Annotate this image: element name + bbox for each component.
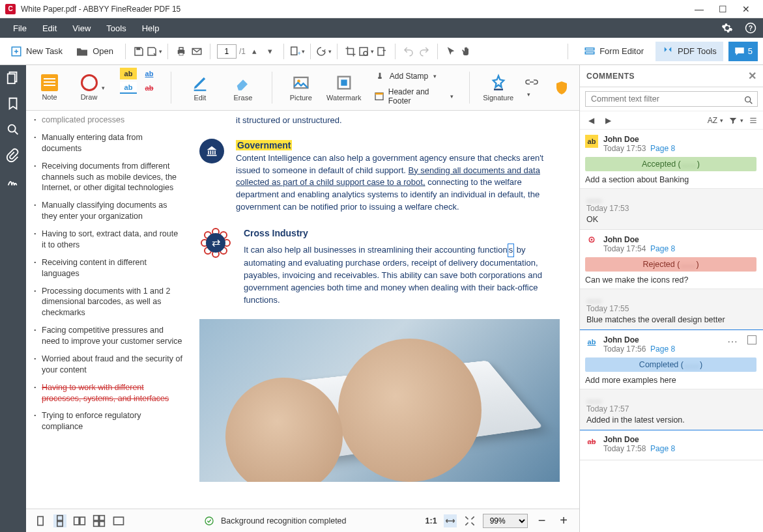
highlight-blue-icon[interactable]: ab <box>120 82 137 94</box>
mail-icon[interactable] <box>190 45 203 58</box>
shield-icon[interactable] <box>554 80 569 96</box>
erase-tool[interactable]: Erase <box>227 68 259 107</box>
menu-file[interactable]: File <box>7 21 33 36</box>
comments-list[interactable]: ab John Doe Today 17:53 Page 8 Accepted … <box>580 130 763 532</box>
comment-page-link[interactable]: Page 8 <box>650 344 675 354</box>
draw-tool[interactable]: Draw ▾ <box>77 68 108 107</box>
zoom-out-button[interactable]: − <box>534 513 550 528</box>
settings-icon[interactable] <box>721 22 733 34</box>
comment-timestamp: Today 17:58 <box>603 444 646 453</box>
svg-rect-35 <box>74 517 79 525</box>
rotate-icon[interactable]: ▾ <box>317 45 330 58</box>
picture-tool[interactable]: Picture <box>285 68 317 107</box>
continuous-page-icon[interactable] <box>53 514 66 527</box>
page-up-icon[interactable]: ▴ <box>248 45 261 58</box>
svg-rect-41 <box>114 517 124 525</box>
next-comment-icon[interactable]: ▶ <box>602 116 614 125</box>
zoom-select[interactable]: 99% <box>483 514 528 528</box>
export-icon[interactable] <box>375 45 388 58</box>
comments-toggle-button[interactable]: 5 <box>728 42 758 61</box>
close-comments-icon[interactable]: ✕ <box>748 70 757 82</box>
search-icon[interactable] <box>743 95 754 105</box>
watermark-tool[interactable]: Watermark <box>328 68 360 107</box>
more-icon[interactable]: ⋯ <box>727 335 738 348</box>
menu-tools[interactable]: Tools <box>100 21 132 36</box>
two-page-scroll-icon[interactable] <box>93 514 106 527</box>
undo-icon[interactable] <box>402 45 415 58</box>
signature-tool[interactable]: Signature <box>483 68 514 107</box>
stamp-icon <box>374 70 386 82</box>
svg-rect-32 <box>38 516 43 525</box>
search-rail-icon[interactable] <box>6 122 20 137</box>
menu-view[interactable]: View <box>66 21 97 36</box>
fit-page-icon[interactable] <box>463 514 476 527</box>
app-logo-icon: C <box>5 4 16 14</box>
crop-icon[interactable] <box>344 45 357 58</box>
note-icon <box>41 74 58 91</box>
chevron-down-icon[interactable]: ▾ <box>102 85 105 91</box>
comments-icon <box>734 46 745 57</box>
maximize-button[interactable]: ☐ <box>711 1 734 18</box>
comment-page-link[interactable]: Page 8 <box>650 444 675 453</box>
bullet-item: Processing documents with 1 and 2 dimens… <box>38 283 184 322</box>
fullscreen-icon[interactable] <box>112 514 125 527</box>
comment-page-link[interactable]: Page 8 <box>650 244 675 253</box>
note-tool[interactable]: Note <box>34 68 65 107</box>
strikethrough-icon[interactable]: ab <box>141 82 158 94</box>
bookmark-icon[interactable] <box>6 96 20 111</box>
header-footer-button[interactable]: Header and Footer▾ <box>371 86 456 107</box>
link-tool[interactable]: ▾ <box>526 77 540 98</box>
add-stamp-button[interactable]: Add Stamp▾ <box>371 69 456 83</box>
menu-bar: File Edit View Tools Help ? <box>0 18 763 38</box>
comments-panel: COMMENTS ✕ ◀ ▶ AZ▾ ▾ ab John Doe Today 1… <box>579 65 763 532</box>
ocr-icon[interactable]: ▾ <box>360 45 373 58</box>
prev-comment-icon[interactable]: ◀ <box>585 116 597 125</box>
menu-help[interactable]: Help <box>136 21 166 36</box>
sort-button[interactable]: AZ▾ <box>708 116 723 125</box>
help-icon[interactable]: ? <box>745 22 756 34</box>
zoom-ratio[interactable]: 1:1 <box>425 516 437 525</box>
open-button[interactable]: Open <box>70 44 119 59</box>
two-page-icon[interactable] <box>73 514 86 527</box>
attachment-icon[interactable] <box>6 148 20 163</box>
comment-card[interactable]: ab John Doe Today 17:53 Page 8 Accepted … <box>580 130 763 230</box>
pages-icon[interactable] <box>6 70 20 85</box>
redo-icon[interactable] <box>418 45 431 58</box>
new-task-button[interactable]: New Task <box>5 44 68 59</box>
svg-rect-14 <box>585 51 594 53</box>
hand-icon[interactable] <box>460 45 473 58</box>
form-editor-button[interactable]: Form Editor <box>577 43 650 60</box>
add-page-icon[interactable]: +▾ <box>291 45 304 58</box>
save-icon[interactable] <box>132 45 145 58</box>
page-number-input[interactable] <box>217 44 237 59</box>
pdf-tools-button[interactable]: PDF Tools <box>655 42 723 61</box>
comment-page-link[interactable]: Page 8 <box>650 144 675 153</box>
text-selection[interactable]: s <box>508 244 515 257</box>
svg-rect-21 <box>341 79 347 85</box>
comment-filter-input[interactable] <box>585 91 758 107</box>
checkbox[interactable] <box>747 335 756 344</box>
zoom-in-button[interactable]: + <box>556 513 571 528</box>
filter-button[interactable]: ▾ <box>728 116 743 125</box>
print-icon[interactable] <box>175 45 188 58</box>
comment-card[interactable]: John Doe Today 17:54 Page 8 Rejected (……… <box>580 230 763 330</box>
comment-card[interactable]: ab John Doe Today 17:58 Page 8 <box>580 430 763 460</box>
comment-reply: …… Today 17:55 Blue matches the overall … <box>580 288 763 329</box>
underline-icon[interactable]: ab <box>141 68 158 79</box>
expand-button[interactable] <box>749 116 758 125</box>
comment-reply: …… Today 17:53 OK <box>580 188 763 229</box>
document-viewport[interactable]: complicated processesManually entering d… <box>26 111 579 509</box>
save-as-icon[interactable]: ▾ <box>148 45 161 58</box>
highlight-yellow-icon[interactable]: ab <box>120 68 137 79</box>
comment-card[interactable]: ab John Doe Today 17:56 Page 8 ⋯ Complet… <box>580 329 763 430</box>
single-page-icon[interactable] <box>34 514 47 527</box>
minimize-button[interactable]: — <box>687 1 711 18</box>
edit-tool[interactable]: Edit <box>184 68 216 107</box>
close-button[interactable]: ✕ <box>734 1 758 18</box>
page-down-icon[interactable]: ▾ <box>264 45 277 58</box>
pointer-icon[interactable] <box>444 45 457 58</box>
svg-point-42 <box>205 517 213 525</box>
menu-edit[interactable]: Edit <box>36 21 63 36</box>
signature-rail-icon[interactable] <box>6 175 20 189</box>
fit-width-icon[interactable] <box>444 514 457 527</box>
